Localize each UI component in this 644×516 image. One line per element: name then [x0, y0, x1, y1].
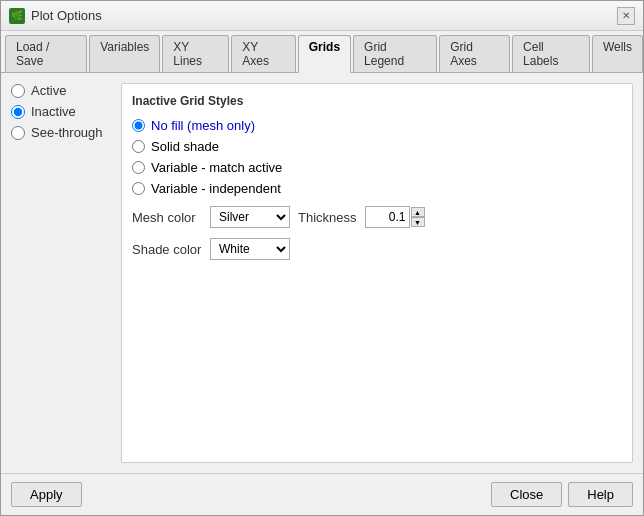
shade-color-select[interactable]: White Silver Black Gray Red Blue Green [210, 238, 290, 260]
see-through-radio-label: See-through [31, 125, 103, 140]
variable-indep-radio-item[interactable]: Variable - independent [132, 181, 622, 196]
close-icon[interactable]: ✕ [617, 7, 635, 25]
thickness-input[interactable] [365, 206, 410, 228]
tab-variables[interactable]: Variables [89, 35, 160, 72]
content-area: Active Inactive See-through Inactive Gri… [1, 73, 643, 473]
panel-title: Inactive Grid Styles [132, 94, 622, 108]
inactive-radio[interactable] [11, 105, 25, 119]
bottom-bar: Apply Close Help [1, 473, 643, 515]
grid-mode-radio-group: Active Inactive See-through [11, 83, 111, 140]
active-radio[interactable] [11, 84, 25, 98]
tab-xy-lines[interactable]: XY Lines [162, 35, 229, 72]
tab-grid-axes[interactable]: Grid Axes [439, 35, 510, 72]
shade-color-row: Shade color White Silver Black Gray Red … [132, 238, 622, 260]
tab-bar: Load / Save Variables XY Lines XY Axes G… [1, 31, 643, 73]
thickness-up-btn[interactable]: ▲ [411, 207, 425, 217]
inactive-styles: No fill (mesh only) Solid shade Variable… [132, 118, 622, 260]
title-bar: 🌿 Plot Options ✕ [1, 1, 643, 31]
variable-indep-radio[interactable] [132, 182, 145, 195]
mesh-color-select[interactable]: Silver White Black Gray Red Blue Green [210, 206, 290, 228]
thickness-spinner-btns: ▲ ▼ [411, 207, 425, 227]
tab-wells[interactable]: Wells [592, 35, 643, 72]
app-icon: 🌿 [9, 8, 25, 24]
thickness-down-btn[interactable]: ▼ [411, 217, 425, 227]
solid-shade-radio[interactable] [132, 140, 145, 153]
no-fill-radio[interactable] [132, 119, 145, 132]
inactive-radio-item[interactable]: Inactive [11, 104, 111, 119]
thickness-label: Thickness [298, 210, 357, 225]
active-radio-label: Active [31, 83, 66, 98]
close-button[interactable]: Close [491, 482, 562, 507]
tab-cell-labels[interactable]: Cell Labels [512, 35, 590, 72]
help-button[interactable]: Help [568, 482, 633, 507]
variable-indep-label: Variable - independent [151, 181, 281, 196]
thickness-spinner: ▲ ▼ [365, 206, 425, 228]
bottom-right-buttons: Close Help [491, 482, 633, 507]
window-title: Plot Options [31, 8, 102, 23]
solid-shade-radio-item[interactable]: Solid shade [132, 139, 622, 154]
main-window: 🌿 Plot Options ✕ Load / Save Variables X… [0, 0, 644, 516]
tab-grids[interactable]: Grids [298, 35, 351, 73]
apply-button[interactable]: Apply [11, 482, 82, 507]
solid-shade-label: Solid shade [151, 139, 219, 154]
tab-load-save[interactable]: Load / Save [5, 35, 87, 72]
title-bar-left: 🌿 Plot Options [9, 8, 102, 24]
tab-xy-axes[interactable]: XY Axes [231, 35, 295, 72]
tab-grid-legend[interactable]: Grid Legend [353, 35, 437, 72]
no-fill-radio-item[interactable]: No fill (mesh only) [132, 118, 622, 133]
mesh-color-label: Mesh color [132, 210, 202, 225]
variable-match-radio-item[interactable]: Variable - match active [132, 160, 622, 175]
right-panel: Inactive Grid Styles No fill (mesh only)… [121, 83, 633, 463]
active-radio-item[interactable]: Active [11, 83, 111, 98]
left-panel: Active Inactive See-through [11, 83, 111, 463]
see-through-radio[interactable] [11, 126, 25, 140]
no-fill-label: No fill (mesh only) [151, 118, 255, 133]
inactive-radio-label: Inactive [31, 104, 76, 119]
variable-match-radio[interactable] [132, 161, 145, 174]
see-through-radio-item[interactable]: See-through [11, 125, 111, 140]
mesh-color-row: Mesh color Silver White Black Gray Red B… [132, 206, 622, 228]
shade-color-label: Shade color [132, 242, 202, 257]
variable-match-label: Variable - match active [151, 160, 282, 175]
